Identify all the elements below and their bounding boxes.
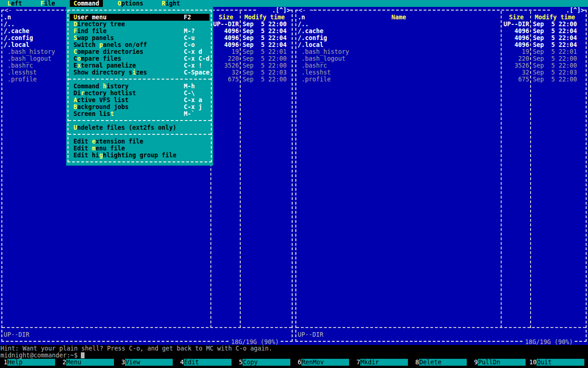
file-name[interactable]: .bash_logout xyxy=(4,55,51,62)
fkey-number[interactable]: 2 xyxy=(59,359,66,366)
column-header-name[interactable]: Name xyxy=(298,14,500,21)
file-mtime[interactable]: Sep 5 22:00 xyxy=(533,55,577,62)
file-mtime[interactable]: Sep 5 22:04 xyxy=(243,41,287,48)
menu-item-swap-panels[interactable]: Swap panelsC-u xyxy=(70,34,209,41)
file-size[interactable]: 4096 xyxy=(213,28,239,34)
right-panel-path-bar[interactable]: <- ~ xyxy=(299,7,313,14)
file-size[interactable]: 32 xyxy=(213,69,239,76)
show-hidden-toggle-icon[interactable]: . xyxy=(272,7,276,14)
menubar-item-right[interactable]: Right xyxy=(162,0,180,7)
menubar-item-left[interactable]: Left xyxy=(7,0,22,7)
fkey-number[interactable]: 9 xyxy=(470,359,478,366)
history-forward-icon[interactable]: > xyxy=(287,7,290,14)
menu-item-compare-files[interactable]: Compare filesC-x C-d xyxy=(70,55,209,62)
menubar-item-options[interactable]: Options xyxy=(118,0,143,7)
file-size[interactable]: 32 xyxy=(503,69,529,76)
file-name[interactable]: .bash_history xyxy=(298,48,349,55)
show-hidden-toggle-icon[interactable]: . xyxy=(566,7,570,14)
file-name[interactable]: .profile xyxy=(4,76,37,83)
file-mtime[interactable]: Sep 5 22:00 xyxy=(243,62,287,69)
fkey-copy-button[interactable]: Copy xyxy=(243,359,290,366)
file-size[interactable]: UP--DIR xyxy=(503,21,529,28)
menu-item-command-history[interactable]: Command historyM-h xyxy=(70,83,209,90)
file-name[interactable]: /.local xyxy=(4,41,29,48)
file-size[interactable]: 4096 xyxy=(213,41,239,48)
fkey-menu-button[interactable]: Menu xyxy=(66,359,114,366)
file-mtime[interactable]: Sep 5 22:03 xyxy=(243,69,287,76)
file-name[interactable]: /.. xyxy=(4,21,15,28)
menubar-item-command[interactable]: Command xyxy=(70,0,103,7)
menu-item-screen-list[interactable]: Screen listM-` xyxy=(70,110,209,117)
file-mtime[interactable]: Sep 5 22:03 xyxy=(533,69,577,76)
fkey-help-button[interactable]: Help xyxy=(7,359,55,366)
updir-icon[interactable]: [^] xyxy=(570,7,581,14)
shell-prompt-text[interactable]: midnight@commander:~$ xyxy=(0,352,78,359)
menu-item-background-jobs[interactable]: Background jobsC-x j xyxy=(70,104,209,110)
left-panel-path-bar[interactable]: <- ~ xyxy=(5,7,19,14)
file-name[interactable]: .bash_logout xyxy=(298,55,345,62)
file-name[interactable]: /.config xyxy=(4,34,33,41)
history-back-icon[interactable]: <- xyxy=(299,7,306,14)
column-header-size[interactable]: Size xyxy=(503,14,529,21)
file-mtime[interactable]: Sep 5 22:00 xyxy=(533,21,577,28)
file-size[interactable]: 4096 xyxy=(503,41,529,48)
file-size[interactable]: 19 xyxy=(503,48,529,55)
fkey-delete-button[interactable]: Delete xyxy=(419,359,467,366)
column-header-size[interactable]: Size xyxy=(213,14,239,21)
menu-item-edit-menu-file[interactable]: Edit menu file xyxy=(70,145,209,152)
menu-item-edit-extension-file[interactable]: Edit extension file xyxy=(70,138,209,145)
file-size[interactable]: 4096 xyxy=(503,34,529,41)
file-name[interactable]: /.cache xyxy=(298,28,323,34)
file-name[interactable]: /.cache xyxy=(4,28,29,34)
file-mtime[interactable]: Sep 5 22:00 xyxy=(243,55,287,62)
file-mtime[interactable]: Sep 5 22:00 xyxy=(243,76,287,83)
file-size[interactable]: 675 xyxy=(503,76,529,83)
fkey-quit-button[interactable]: Quit xyxy=(537,359,584,366)
menu-item-directory-tree[interactable]: Directory tree xyxy=(70,21,209,28)
file-mtime[interactable]: Sep 5 22:04 xyxy=(533,28,577,34)
fkey-number[interactable]: 10 xyxy=(529,359,537,366)
menu-item-active-vfs-list[interactable]: Active VFS listC-x a xyxy=(70,97,209,104)
column-header-mtime[interactable]: Modify time xyxy=(243,14,287,21)
menubar-item-file[interactable]: File xyxy=(40,0,55,7)
file-name[interactable]: /.config xyxy=(298,34,327,41)
menu-item-switch-panels-on-off[interactable]: Switch panels on/offC-o xyxy=(70,41,209,48)
fkey-pulldn-button[interactable]: PullDn xyxy=(478,359,526,366)
file-name[interactable]: .lesshst xyxy=(298,69,331,76)
file-size[interactable]: UP--DIR xyxy=(213,21,239,28)
fkey-number[interactable]: 1 xyxy=(0,359,7,366)
menu-item-find-file[interactable]: Find fileM-? xyxy=(70,28,209,34)
file-name[interactable]: .bashrc xyxy=(298,62,327,69)
menu-item-user-menu[interactable]: User menuF2 xyxy=(70,14,209,21)
menu-item-compare-directories[interactable]: Compare directoriesC-x d xyxy=(70,48,209,55)
file-mtime[interactable]: Sep 5 22:01 xyxy=(533,48,577,55)
file-mtime[interactable]: Sep 5 22:04 xyxy=(243,34,287,41)
file-name[interactable]: /.. xyxy=(298,21,309,28)
file-mtime[interactable]: Sep 5 22:04 xyxy=(243,28,287,34)
file-size[interactable]: 3526 xyxy=(503,62,529,69)
fkey-renmov-button[interactable]: RenMov xyxy=(301,359,349,366)
fkey-number[interactable]: 5 xyxy=(235,359,243,366)
file-mtime[interactable]: Sep 5 22:04 xyxy=(533,34,577,41)
file-size[interactable]: 220 xyxy=(213,55,239,62)
history-back-icon[interactable]: <- xyxy=(5,7,12,14)
history-forward-icon[interactable]: > xyxy=(581,7,584,14)
fkey-view-button[interactable]: View xyxy=(125,359,173,366)
fkey-number[interactable]: 3 xyxy=(118,359,125,366)
file-size[interactable]: 4096 xyxy=(503,28,529,34)
file-mtime[interactable]: Sep 5 22:04 xyxy=(533,41,577,48)
fkey-edit-button[interactable]: Edit xyxy=(184,359,232,366)
fkey-number[interactable]: 4 xyxy=(176,359,184,366)
file-name[interactable]: .bashrc xyxy=(4,62,33,69)
fkey-number[interactable]: 7 xyxy=(353,359,360,366)
updir-icon[interactable]: [^] xyxy=(276,7,287,14)
file-name[interactable]: .bash_history xyxy=(4,48,55,55)
file-size[interactable]: 3526 xyxy=(213,62,239,69)
file-size[interactable]: 675 xyxy=(213,76,239,83)
file-name[interactable]: /.local xyxy=(298,41,323,48)
menu-item-edit-highlighting-group-file[interactable]: Edit highlighting group file xyxy=(70,152,209,159)
file-size[interactable]: 19 xyxy=(213,48,239,55)
file-mtime[interactable]: Sep 5 22:01 xyxy=(243,48,287,55)
file-name[interactable]: .lesshst xyxy=(4,69,37,76)
fkey-mkdir-button[interactable]: Mkdir xyxy=(360,359,408,366)
